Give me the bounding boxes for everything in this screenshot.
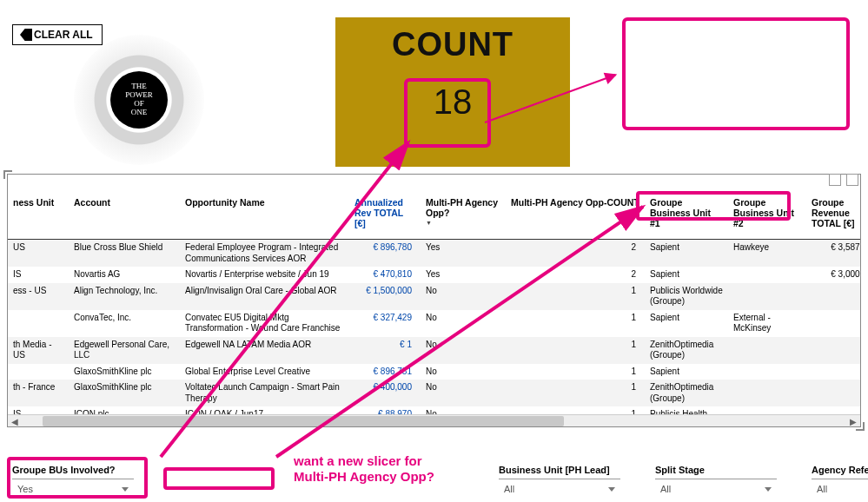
data-table: ness Unit Account Opportunity Name Annua… [8,194,860,414]
logo: THE POWER OF ONE [74,35,204,165]
cell-groupe-rev [806,380,860,406]
cell-account: ConvaTec, Inc. [69,310,180,337]
cell-groupe-bu2 [728,267,806,283]
cell-business-unit: th Media - US [8,337,69,364]
annotation-box-slicer [7,457,148,499]
cell-business-unit [8,364,69,380]
cell-groupe-bu1: Sapient [645,240,728,268]
cell-multi-ph: No [421,364,506,380]
cell-groupe-rev [806,283,860,310]
cell-groupe-bu2 [728,337,806,364]
cell-groupe-bu1: Sapient [645,364,728,380]
table-row[interactable]: USBlue Cross Blue ShieldFederal Employee… [8,240,860,268]
annotation-box-columns [636,191,791,221]
cell-account: GlaxoSmithKline plc [69,364,180,380]
slicer-dropdown[interactable]: All [655,481,777,497]
table-row[interactable]: ConvaTec, Inc.Convatec EU5 Digital Mktg … [8,310,860,337]
table-row[interactable]: ISICON plcICON / OAK / Jun17€ 88,970No1P… [8,406,860,414]
cell-multi-ph: No [421,310,506,337]
cell-annualized-rev: € 470,810 [349,267,421,283]
annotation-box-empty-slicer [163,467,275,490]
cell-multi-ph-count: 1 [506,364,645,380]
slicer-title: Split Stage [655,465,777,479]
cell-multi-ph: No [421,337,506,364]
cell-multi-ph-count: 1 [506,380,645,406]
cell-opportunity: ICON / OAK / Jun17 [180,406,349,414]
col-groupe-revenue[interactable]: Groupe Revenue TOTAL [€] [806,194,860,240]
cell-annualized-rev: € 896,780 [349,240,421,268]
cell-multi-ph-count: 2 [506,267,645,283]
cell-account: Align Technology, Inc. [69,283,180,310]
cell-business-unit: ess - US [8,283,69,310]
cell-multi-ph: No [421,380,506,406]
annotation-box-top-right [622,17,850,130]
scroll-right-arrow[interactable]: ▶ [850,417,857,426]
cell-opportunity: Edgewell NA LATAM Media AOR [180,337,349,364]
cell-groupe-rev: € 3,587,1 [806,240,860,268]
cell-multi-ph: Yes [421,267,506,283]
cell-groupe-bu2 [728,380,806,406]
cell-groupe-bu1: Publicis Worldwide (Groupe) [645,283,728,310]
cell-account: Blue Cross Blue Shield [69,240,180,268]
table-row[interactable]: ess - USAlign Technology, Inc.Align/Invi… [8,283,860,310]
col-multi-ph-opp[interactable]: Multi-PH Agency Opp? [421,194,506,240]
cell-business-unit: US [8,240,69,268]
cell-groupe-bu1: ZenithOptimedia (Groupe) [645,380,728,406]
table-row[interactable]: GlaxoSmithKline plcGlobal Enterprise Lev… [8,364,860,380]
logo-text-4: ONE [131,109,148,117]
cell-annualized-rev: € 327,429 [349,310,421,337]
cell-multi-ph-count: 1 [506,310,645,337]
table-row[interactable]: th - FranceGlaxoSmithKline plcVoltatec L… [8,380,860,406]
cell-groupe-rev [806,337,860,364]
cell-annualized-rev: € 1,500,000 [349,283,421,310]
slicer-dropdown[interactable]: All [499,481,620,497]
cell-business-unit: IS [8,267,69,283]
cell-annualized-rev: € 1 [349,337,421,364]
cell-groupe-bu2 [728,364,806,380]
cell-opportunity: Align/Invisalign Oral Care - Global AOR [180,283,349,310]
scroll-left-arrow[interactable]: ◀ [11,417,18,426]
cell-multi-ph: No [421,283,506,310]
count-title: COUNT [392,26,514,63]
cell-business-unit [8,310,69,337]
slicer-title: Business Unit [PH Lead] [499,465,620,479]
table-row[interactable]: ISNovartis AGNovartis / Enterprise websi… [8,267,860,283]
cell-groupe-rev [806,310,860,337]
horizontal-scrollbar[interactable]: ◀ ▶ [8,414,860,426]
cell-groupe-bu1: ZenithOptimedia (Groupe) [645,337,728,364]
cell-opportunity: Federal Employee Program - Integrated Co… [180,240,349,268]
cell-account: GlaxoSmithKline plc [69,380,180,406]
col-opportunity-name[interactable]: Opportunity Name [180,194,349,240]
cell-groupe-bu2 [728,406,806,414]
col-business-unit[interactable]: ness Unit [8,194,69,240]
annotation-text: want a new slicer for Multi-PH Agency Op… [294,453,434,485]
cell-annualized-rev: € 400,000 [349,380,421,406]
cell-account: Edgewell Personal Care, LLC [69,337,180,364]
more-options-icon[interactable] [846,174,858,186]
cell-groupe-bu2: Hawkeye [728,240,806,268]
slicer-split-stage[interactable]: Split Stage All [655,465,777,497]
col-account[interactable]: Account [69,194,180,240]
cell-account: Novartis AG [69,267,180,283]
focus-mode-icon[interactable] [829,174,841,186]
cell-multi-ph: No [421,406,506,414]
col-annualized-rev[interactable]: Annualized Rev TOTAL [€] [349,194,421,240]
slicer-title: Agency Referred By [812,465,868,479]
cell-business-unit: IS [8,406,69,414]
col-multi-ph-opp-count[interactable]: Multi-PH Agency Opp-COUNT [506,194,645,240]
slicer-agency-referred-by[interactable]: Agency Referred By All [812,465,868,497]
cell-annualized-rev: € 896,781 [349,364,421,380]
cell-groupe-bu2: External - McKinsey [728,310,806,337]
cell-groupe-bu1: Sapient [645,267,728,283]
table-row[interactable]: th Media - USEdgewell Personal Care, LLC… [8,337,860,364]
cell-groupe-rev [806,406,860,414]
cell-opportunity: Novartis / Enterprise website / Jun 19 [180,267,349,283]
slicer-dropdown[interactable]: All [812,481,868,497]
cell-account: ICON plc [69,406,180,414]
cell-opportunity: Global Enterprise Level Creative [180,364,349,380]
scroll-thumb[interactable] [43,416,564,426]
cell-multi-ph-count: 1 [506,283,645,310]
cell-groupe-rev [806,364,860,380]
cell-multi-ph: Yes [421,240,506,268]
slicer-business-unit[interactable]: Business Unit [PH Lead] All [499,465,620,497]
